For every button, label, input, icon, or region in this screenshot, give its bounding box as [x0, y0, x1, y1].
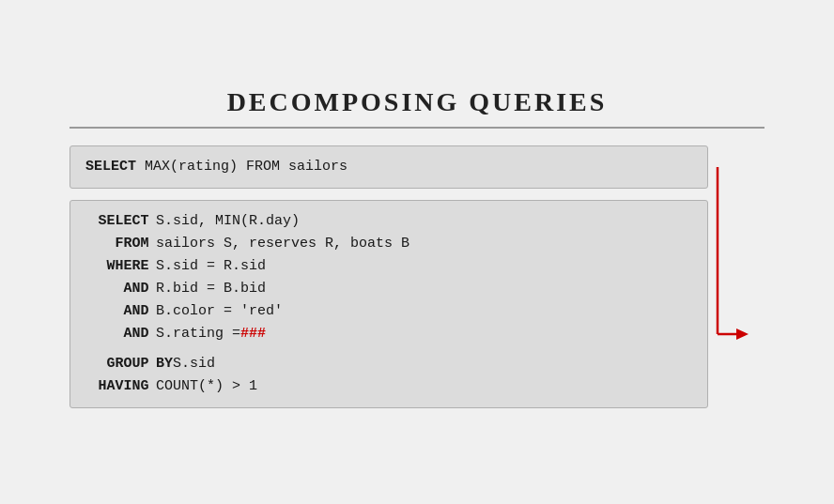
query-layout: SELECT MAX(rating) FROM sailors SELECT S…: [70, 145, 764, 408]
q2-line2: FROM sailors S, reserves R, boats B: [85, 233, 692, 255]
main-container: DECOMPOSING QUERIES SELECT MAX(rating) F…: [32, 69, 802, 436]
q1-line1-rest: MAX(rating) FROM sailors: [136, 159, 348, 175]
title-divider: [70, 127, 764, 129]
query1-box: SELECT MAX(rating) FROM sailors: [70, 145, 708, 189]
q2-line7-rest: S.sid: [173, 353, 215, 375]
q2-line2-rest: sailors S, reserves R, boats B: [156, 233, 409, 255]
q2-line6: AND S.rating = ###: [85, 323, 692, 345]
q2-having-kw: HAVING: [85, 375, 149, 398]
q2-by-kw: BY: [156, 353, 173, 375]
q2-line4: AND R.bid = B.bid: [85, 278, 692, 300]
q2-where-kw: WHERE: [85, 255, 149, 278]
q2-group-kw: GROUP: [85, 353, 149, 375]
q2-placeholder: ###: [240, 323, 266, 345]
queries-column: SELECT MAX(rating) FROM sailors SELECT S…: [70, 145, 708, 408]
q2-line7: GROUPBY S.sid: [85, 353, 692, 375]
svg-marker-2: [736, 328, 749, 340]
q2-line3: WHERE S.sid = R.sid: [85, 255, 692, 278]
q2-and2-kw: AND: [85, 300, 149, 323]
page-title: DECOMPOSING QUERIES: [70, 87, 764, 117]
q2-from-kw: FROM: [85, 233, 149, 255]
q2-line1-rest: S.sid, MIN(R.day): [156, 210, 300, 233]
q2-line8: HAVING COUNT(*) > 1: [85, 375, 692, 398]
q2-line6-rest: S.rating =: [156, 323, 240, 345]
q2-line5-rest: B.color = 'red': [156, 300, 283, 323]
red-arrow-svg: [708, 145, 764, 353]
q2-and1-kw: AND: [85, 278, 149, 300]
arrow-connector: [708, 145, 764, 353]
q1-select-kw: SELECT: [85, 159, 136, 175]
q2-select-kw: SELECT: [85, 210, 149, 233]
query2-box: SELECT S.sid, MIN(R.day) FROM sailors S,…: [70, 200, 708, 408]
q2-and3-kw: AND: [85, 323, 149, 345]
q2-line5: AND B.color = 'red': [85, 300, 692, 323]
q2-line3-rest: S.sid = R.sid: [156, 255, 266, 278]
q2-line1: SELECT S.sid, MIN(R.day): [85, 210, 692, 233]
q2-line4-rest: R.bid = B.bid: [156, 278, 266, 300]
q2-line8-rest: COUNT(*) > 1: [156, 375, 257, 398]
spacer: [85, 345, 692, 353]
